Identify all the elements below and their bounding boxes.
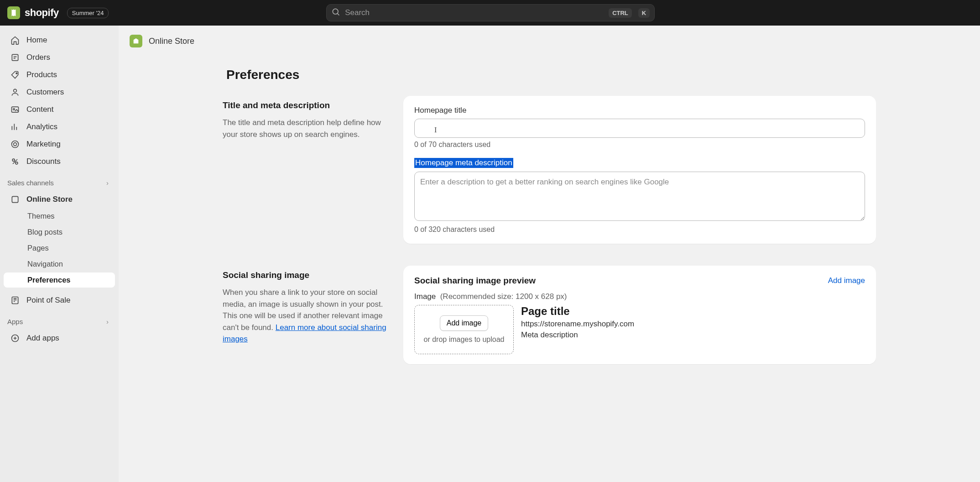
sidebar: Home Orders Products Customers Content A…	[0, 26, 119, 482]
svg-point-0	[333, 9, 339, 14]
preview-meta-desc: Meta description	[521, 330, 865, 340]
content-icon	[10, 105, 20, 115]
nav-add-apps[interactable]: Add apps	[4, 330, 115, 346]
nav-discounts[interactable]: Discounts	[4, 153, 115, 170]
nav-label: Customers	[26, 88, 64, 97]
kbd-k: K	[638, 8, 650, 18]
svg-point-7	[12, 141, 19, 148]
sales-channels-header[interactable]: Sales channels ›	[4, 171, 115, 190]
pos-icon	[10, 295, 20, 305]
card-social: Social sharing image preview Add image I…	[403, 266, 876, 364]
nav-content[interactable]: Content	[4, 101, 115, 118]
topbar: shopify Summer '24 CTRL K	[0, 0, 980, 26]
chevron-right-icon: ›	[106, 318, 109, 325]
svg-point-4	[14, 89, 17, 92]
customers-icon	[10, 87, 20, 97]
drop-text: or drop images to upload	[424, 335, 505, 344]
nav-customers[interactable]: Customers	[4, 84, 115, 100]
nav-themes[interactable]: Themes	[4, 209, 115, 224]
homepage-title-label: Homepage title	[414, 106, 865, 115]
nav-home[interactable]: Home	[4, 32, 115, 48]
image-legend: Image (Recommended size: 1200 x 628 px)	[414, 292, 865, 301]
nav-pages[interactable]: Pages	[4, 241, 115, 256]
main-content: Online Store Preferences Title and meta …	[119, 26, 980, 482]
breadcrumb-text: Online Store	[149, 37, 194, 46]
page-title: Preferences	[226, 68, 876, 82]
homepage-title-input[interactable]	[414, 119, 865, 138]
nav-label: Products	[26, 70, 57, 79]
nav-products[interactable]: Products	[4, 67, 115, 83]
apps-header[interactable]: Apps ›	[4, 309, 115, 329]
meta-desc-input[interactable]	[414, 172, 865, 221]
nav-online-store[interactable]: Online Store	[4, 191, 115, 208]
svg-rect-5	[12, 107, 19, 112]
nav-label: Marketing	[26, 140, 61, 149]
share-preview: Page title https://storename.myshopify.c…	[521, 305, 865, 354]
nav-marketing[interactable]: Marketing	[4, 136, 115, 152]
nav-label: Home	[26, 36, 47, 45]
search-icon	[331, 7, 340, 18]
logo-text: shopify	[25, 7, 59, 19]
marketing-icon	[10, 139, 20, 149]
svg-rect-11	[12, 196, 18, 202]
nav-navigation[interactable]: Navigation	[4, 257, 115, 272]
image-dropzone[interactable]: Add image or drop images to upload	[414, 305, 514, 354]
chevron-right-icon: ›	[106, 179, 109, 187]
meta-desc-helper: 0 of 320 characters used	[414, 225, 865, 234]
section-heading-title-meta: Title and meta description	[223, 100, 387, 110]
nav-label: Online Store	[26, 195, 73, 204]
edition-badge: Summer '24	[67, 8, 109, 18]
svg-line-1	[338, 14, 339, 16]
online-store-crumb-icon	[130, 35, 142, 47]
nav-label: Point of Sale	[26, 296, 70, 305]
section-heading-social: Social sharing image	[223, 270, 387, 280]
discounts-icon	[10, 157, 20, 167]
search-input[interactable]	[345, 8, 604, 17]
analytics-icon	[10, 122, 20, 132]
svg-point-8	[14, 143, 17, 146]
svg-point-3	[16, 73, 17, 74]
svg-point-6	[13, 109, 15, 110]
add-image-link[interactable]: Add image	[828, 276, 865, 285]
preview-page-title: Page title	[521, 305, 865, 318]
card-title-meta: Homepage title 0 of 70 characters used I…	[403, 96, 876, 244]
global-search[interactable]: CTRL K	[326, 4, 655, 21]
nav-orders[interactable]: Orders	[4, 49, 115, 66]
nav-analytics[interactable]: Analytics	[4, 119, 115, 135]
section-desc-social: When you share a link to your store on s…	[223, 287, 387, 345]
svg-point-9	[12, 159, 15, 161]
plus-circle-icon	[10, 333, 20, 343]
add-image-button[interactable]: Add image	[440, 315, 489, 331]
nav-label: Add apps	[26, 334, 59, 343]
nav-blog-posts[interactable]: Blog posts	[4, 225, 115, 240]
nav-label: Discounts	[26, 157, 61, 166]
svg-rect-2	[12, 54, 18, 60]
svg-point-10	[16, 162, 18, 164]
meta-desc-label: Homepage meta description	[414, 158, 513, 168]
breadcrumb: Online Store	[119, 26, 980, 51]
nav-label: Orders	[26, 53, 50, 62]
orders-icon	[10, 52, 20, 63]
section-desc-title-meta: The title and meta description help defi…	[223, 117, 387, 140]
products-icon	[10, 70, 20, 80]
nav-pos[interactable]: Point of Sale	[4, 292, 115, 309]
logo[interactable]: shopify Summer '24	[7, 6, 109, 19]
kbd-ctrl: CTRL	[609, 8, 632, 18]
nav-preferences[interactable]: Preferences	[4, 272, 115, 288]
shopify-logo-icon	[7, 6, 20, 19]
nav-label: Analytics	[26, 122, 57, 131]
homepage-title-helper: 0 of 70 characters used	[414, 141, 865, 149]
home-icon	[10, 35, 20, 45]
preview-url: https://storename.myshopify.com	[521, 320, 865, 329]
nav-label: Content	[26, 105, 54, 114]
social-card-title: Social sharing image preview	[414, 276, 536, 286]
online-store-icon	[10, 194, 20, 204]
